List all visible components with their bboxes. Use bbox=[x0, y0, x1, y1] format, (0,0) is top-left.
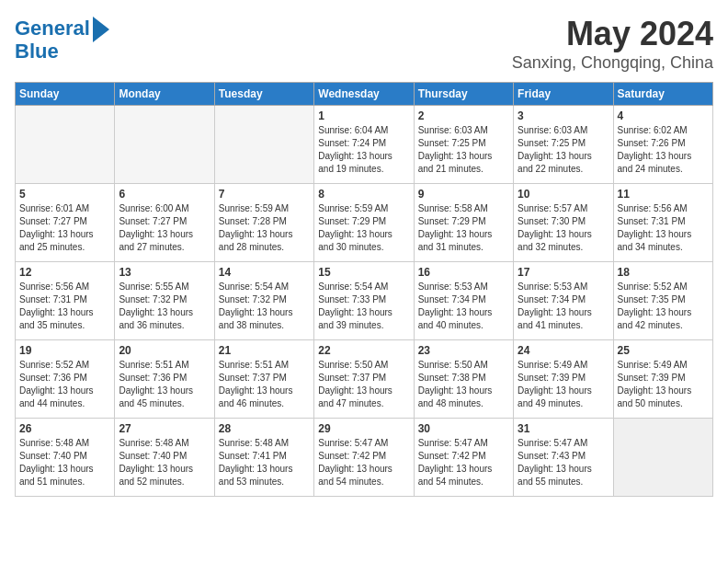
logo-text: General bbox=[15, 17, 90, 40]
day-number: 10 bbox=[518, 188, 609, 201]
day-info: Sunrise: 6:04 AMSunset: 7:24 PMDaylight:… bbox=[318, 124, 409, 176]
day-number: 12 bbox=[19, 266, 110, 279]
day-info: Sunrise: 5:47 AMSunset: 7:42 PMDaylight:… bbox=[318, 437, 409, 488]
day-number: 22 bbox=[318, 344, 409, 357]
calendar-cell: 2Sunrise: 6:03 AMSunset: 7:25 PMDaylight… bbox=[414, 106, 513, 184]
day-number: 30 bbox=[418, 422, 509, 435]
calendar-cell: 5Sunrise: 6:01 AMSunset: 7:27 PMDaylight… bbox=[16, 184, 115, 262]
day-info: Sunrise: 5:49 AMSunset: 7:39 PMDaylight:… bbox=[518, 359, 609, 410]
day-info: Sunrise: 5:51 AMSunset: 7:37 PMDaylight:… bbox=[219, 359, 310, 410]
location-subtitle: Sanxing, Chongqing, China bbox=[512, 53, 713, 73]
calendar-cell: 20Sunrise: 5:51 AMSunset: 7:36 PMDayligh… bbox=[115, 340, 214, 419]
day-number: 19 bbox=[19, 344, 110, 357]
day-info: Sunrise: 5:59 AMSunset: 7:29 PMDaylight:… bbox=[318, 202, 409, 254]
day-number: 4 bbox=[618, 109, 709, 122]
day-info: Sunrise: 5:48 AMSunset: 7:40 PMDaylight:… bbox=[19, 437, 110, 488]
day-info: Sunrise: 5:47 AMSunset: 7:42 PMDaylight:… bbox=[418, 437, 509, 488]
day-info: Sunrise: 5:51 AMSunset: 7:36 PMDaylight:… bbox=[119, 359, 210, 410]
day-info: Sunrise: 5:58 AMSunset: 7:29 PMDaylight:… bbox=[418, 202, 509, 254]
day-number: 11 bbox=[618, 188, 709, 201]
calendar-cell: 13Sunrise: 5:55 AMSunset: 7:32 PMDayligh… bbox=[115, 262, 214, 340]
day-info: Sunrise: 5:56 AMSunset: 7:31 PMDaylight:… bbox=[618, 202, 709, 254]
day-info: Sunrise: 6:02 AMSunset: 7:26 PMDaylight:… bbox=[618, 124, 709, 176]
calendar-cell: 12Sunrise: 5:56 AMSunset: 7:31 PMDayligh… bbox=[16, 262, 115, 340]
week-row-2: 5Sunrise: 6:01 AMSunset: 7:27 PMDaylight… bbox=[16, 184, 713, 262]
day-number: 13 bbox=[119, 266, 210, 279]
day-info: Sunrise: 6:01 AMSunset: 7:27 PMDaylight:… bbox=[19, 202, 110, 254]
day-number: 5 bbox=[19, 188, 110, 201]
logo-blue: Blue bbox=[15, 40, 109, 63]
calendar-cell bbox=[214, 106, 313, 184]
day-info: Sunrise: 5:53 AMSunset: 7:34 PMDaylight:… bbox=[518, 281, 609, 332]
calendar-cell: 18Sunrise: 5:52 AMSunset: 7:35 PMDayligh… bbox=[613, 262, 712, 340]
calendar-cell: 27Sunrise: 5:48 AMSunset: 7:40 PMDayligh… bbox=[115, 419, 214, 497]
calendar-cell: 16Sunrise: 5:53 AMSunset: 7:34 PMDayligh… bbox=[414, 262, 513, 340]
calendar-cell: 4Sunrise: 6:02 AMSunset: 7:26 PMDaylight… bbox=[613, 106, 712, 184]
day-info: Sunrise: 5:54 AMSunset: 7:32 PMDaylight:… bbox=[219, 281, 310, 332]
calendar-cell: 30Sunrise: 5:47 AMSunset: 7:42 PMDayligh… bbox=[414, 419, 513, 497]
day-info: Sunrise: 5:53 AMSunset: 7:34 PMDaylight:… bbox=[418, 281, 509, 332]
day-number: 24 bbox=[518, 344, 609, 357]
calendar-cell: 23Sunrise: 5:50 AMSunset: 7:38 PMDayligh… bbox=[414, 340, 513, 419]
day-number: 18 bbox=[618, 266, 709, 279]
weekday-header-tuesday: Tuesday bbox=[214, 83, 313, 106]
week-row-4: 19Sunrise: 5:52 AMSunset: 7:36 PMDayligh… bbox=[16, 340, 713, 419]
calendar-cell bbox=[16, 106, 115, 184]
calendar-cell: 24Sunrise: 5:49 AMSunset: 7:39 PMDayligh… bbox=[514, 340, 613, 419]
day-number: 25 bbox=[618, 344, 709, 357]
day-number: 7 bbox=[219, 188, 310, 201]
day-number: 9 bbox=[418, 188, 509, 201]
calendar-cell: 25Sunrise: 5:49 AMSunset: 7:39 PMDayligh… bbox=[613, 340, 712, 419]
page-header: General Blue May 2024 Sanxing, Chongqing… bbox=[15, 15, 713, 73]
calendar-cell bbox=[115, 106, 214, 184]
weekday-header-row: SundayMondayTuesdayWednesdayThursdayFrid… bbox=[16, 83, 713, 106]
calendar-cell: 11Sunrise: 5:56 AMSunset: 7:31 PMDayligh… bbox=[613, 184, 712, 262]
day-info: Sunrise: 5:57 AMSunset: 7:30 PMDaylight:… bbox=[518, 202, 609, 254]
day-number: 29 bbox=[318, 422, 409, 435]
calendar-cell: 14Sunrise: 5:54 AMSunset: 7:32 PMDayligh… bbox=[214, 262, 313, 340]
day-info: Sunrise: 5:48 AMSunset: 7:41 PMDaylight:… bbox=[219, 437, 310, 488]
weekday-header-wednesday: Wednesday bbox=[314, 83, 414, 106]
day-number: 15 bbox=[318, 266, 409, 279]
calendar-cell: 26Sunrise: 5:48 AMSunset: 7:40 PMDayligh… bbox=[16, 419, 115, 497]
week-row-1: 1Sunrise: 6:04 AMSunset: 7:24 PMDaylight… bbox=[16, 106, 713, 184]
calendar-cell bbox=[613, 419, 712, 497]
day-number: 2 bbox=[418, 109, 509, 122]
day-number: 1 bbox=[318, 109, 409, 122]
calendar-cell: 1Sunrise: 6:04 AMSunset: 7:24 PMDaylight… bbox=[314, 106, 414, 184]
day-number: 27 bbox=[119, 422, 210, 435]
weekday-header-saturday: Saturday bbox=[613, 83, 712, 106]
day-info: Sunrise: 6:03 AMSunset: 7:25 PMDaylight:… bbox=[518, 124, 609, 176]
day-number: 6 bbox=[119, 188, 210, 201]
day-number: 23 bbox=[418, 344, 509, 357]
day-info: Sunrise: 5:50 AMSunset: 7:37 PMDaylight:… bbox=[318, 359, 409, 410]
weekday-header-friday: Friday bbox=[514, 83, 613, 106]
day-number: 21 bbox=[219, 344, 310, 357]
calendar-cell: 7Sunrise: 5:59 AMSunset: 7:28 PMDaylight… bbox=[214, 184, 313, 262]
day-number: 31 bbox=[518, 422, 609, 435]
calendar-cell: 3Sunrise: 6:03 AMSunset: 7:25 PMDaylight… bbox=[514, 106, 613, 184]
day-info: Sunrise: 5:54 AMSunset: 7:33 PMDaylight:… bbox=[318, 281, 409, 332]
day-info: Sunrise: 5:56 AMSunset: 7:31 PMDaylight:… bbox=[19, 281, 110, 332]
day-number: 28 bbox=[219, 422, 310, 435]
day-info: Sunrise: 5:55 AMSunset: 7:32 PMDaylight:… bbox=[119, 281, 210, 332]
day-info: Sunrise: 5:47 AMSunset: 7:43 PMDaylight:… bbox=[518, 437, 609, 488]
calendar-cell: 31Sunrise: 5:47 AMSunset: 7:43 PMDayligh… bbox=[514, 419, 613, 497]
day-number: 8 bbox=[318, 188, 409, 201]
day-number: 16 bbox=[418, 266, 509, 279]
day-number: 3 bbox=[518, 109, 609, 122]
weekday-header-sunday: Sunday bbox=[16, 83, 115, 106]
calendar-cell: 6Sunrise: 6:00 AMSunset: 7:27 PMDaylight… bbox=[115, 184, 214, 262]
month-year-title: May 2024 bbox=[512, 15, 713, 53]
week-row-5: 26Sunrise: 5:48 AMSunset: 7:40 PMDayligh… bbox=[16, 419, 713, 497]
weekday-header-thursday: Thursday bbox=[414, 83, 513, 106]
day-number: 20 bbox=[119, 344, 210, 357]
calendar-cell: 15Sunrise: 5:54 AMSunset: 7:33 PMDayligh… bbox=[314, 262, 414, 340]
day-number: 14 bbox=[219, 266, 310, 279]
calendar-cell: 9Sunrise: 5:58 AMSunset: 7:29 PMDaylight… bbox=[414, 184, 513, 262]
day-info: Sunrise: 5:52 AMSunset: 7:35 PMDaylight:… bbox=[618, 281, 709, 332]
week-row-3: 12Sunrise: 5:56 AMSunset: 7:31 PMDayligh… bbox=[16, 262, 713, 340]
calendar-cell: 29Sunrise: 5:47 AMSunset: 7:42 PMDayligh… bbox=[314, 419, 414, 497]
day-info: Sunrise: 5:48 AMSunset: 7:40 PMDaylight:… bbox=[119, 437, 210, 488]
calendar-table: SundayMondayTuesdayWednesdayThursdayFrid… bbox=[15, 82, 713, 497]
